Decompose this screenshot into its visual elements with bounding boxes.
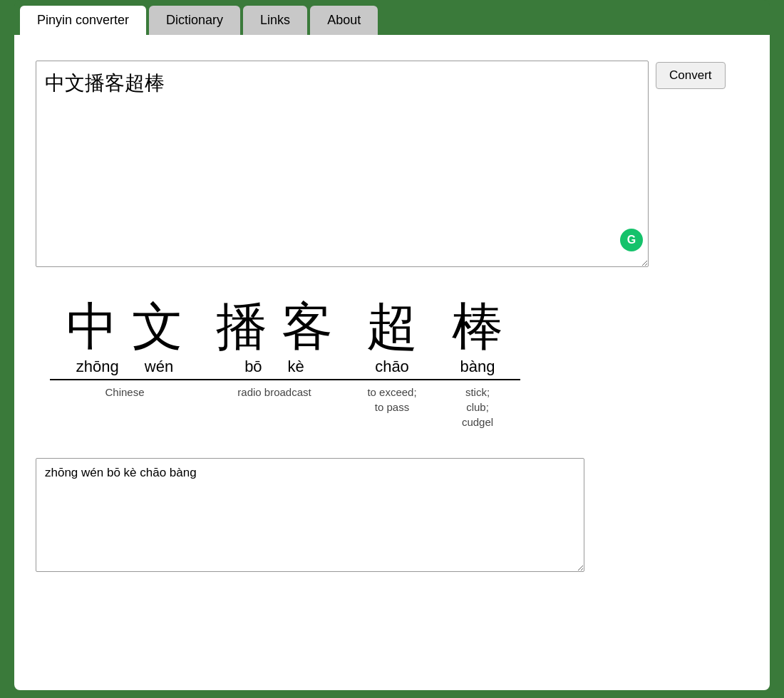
- meaning-zhongwen: Chinese: [89, 385, 160, 400]
- meaning-boke: radio broadcast: [237, 385, 311, 400]
- pinyin-output[interactable]: zhōng wén bō kè chāo bàng: [36, 458, 584, 572]
- grammarly-button[interactable]: G: [620, 229, 643, 251]
- result-section: 中 文 zhōng wén Chinese 播 客 bō kè radio br…: [36, 291, 748, 437]
- pinyin-bo: bō: [244, 358, 262, 376]
- tab-bar: Pinyin converter Dictionary Links About: [14, 0, 770, 35]
- main-content: 中文播客超棒 G Convert 中 文 zhōng wén Chinese 播…: [14, 35, 770, 690]
- tab-about[interactable]: About: [310, 6, 378, 35]
- pinyin-bang: bàng: [460, 358, 495, 375]
- tab-pinyin-converter[interactable]: Pinyin converter: [20, 6, 146, 35]
- hanzi-chao: 超: [366, 298, 418, 355]
- tab-dictionary[interactable]: Dictionary: [149, 6, 240, 35]
- convert-button[interactable]: Convert: [656, 62, 726, 89]
- output-section: zhōng wén bō kè chāo bàng: [36, 458, 748, 575]
- input-wrapper: 中文播客超棒 G: [36, 61, 649, 270]
- pinyin-zhong: zhōng: [76, 358, 119, 376]
- meaning-bang: stick;club;cudgel: [442, 385, 513, 429]
- pinyin-chao: chāo: [375, 358, 409, 375]
- hanzi-zhongwen: 中 文: [66, 298, 183, 355]
- hanzi-boke: 播 客: [216, 298, 333, 355]
- hanzi-bang: 棒: [452, 298, 503, 355]
- input-section: 中文播客超棒 G Convert: [36, 61, 748, 270]
- pinyin-wen: wén: [145, 358, 173, 376]
- meaning-chao: to exceed;to pass: [356, 385, 428, 415]
- output-wrapper: zhōng wén bō kè chāo bàng: [36, 458, 584, 575]
- tab-links[interactable]: Links: [243, 6, 307, 35]
- pinyin-ke: kè: [288, 358, 304, 376]
- chinese-input[interactable]: 中文播客超棒: [36, 61, 649, 267]
